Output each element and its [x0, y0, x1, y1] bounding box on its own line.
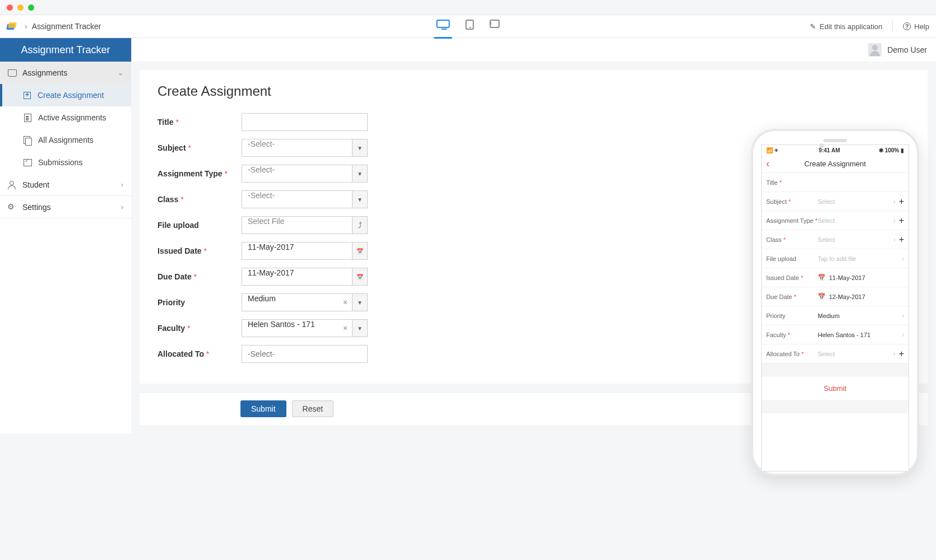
- label-issued-date: Issued Date *: [157, 246, 242, 255]
- sidebar-item-active-assignments[interactable]: Active Assignments: [0, 106, 131, 129]
- gear-icon: [8, 203, 16, 211]
- faculty-dropdown-button[interactable]: ▼: [352, 319, 368, 337]
- phone-due-date[interactable]: 12-May-2017: [829, 293, 904, 300]
- phone-issued-date[interactable]: 11-May-2017: [829, 274, 904, 281]
- sidebar-section-settings[interactable]: Settings ›: [0, 196, 131, 218]
- issued-date-input[interactable]: 11-May-2017: [242, 242, 352, 260]
- close-window-icon[interactable]: [7, 4, 13, 11]
- topbar-divider: [892, 21, 893, 32]
- userbar: Demo User: [131, 38, 936, 62]
- chevron-right-icon: ›: [893, 198, 896, 206]
- subject-select[interactable]: -Select-: [242, 139, 352, 157]
- phone-submit-button[interactable]: Submit: [762, 376, 909, 401]
- submit-button[interactable]: Submit: [240, 400, 286, 417]
- sidebar-title: Assignment Tracker: [0, 38, 131, 62]
- phone-time: 9:41 AM: [819, 147, 840, 153]
- phone-class-select[interactable]: Select: [818, 236, 891, 243]
- sidebar-item-all-assignments[interactable]: All Assignments: [0, 129, 131, 151]
- phone-subject-select[interactable]: Select: [818, 198, 891, 205]
- subject-dropdown-button[interactable]: ▼: [352, 139, 368, 157]
- sidebar: Assignment Tracker Assignments ⌄ Create …: [0, 38, 131, 433]
- phone-label-due: Due Date *: [766, 293, 818, 300]
- sidebar-item-create-assignment[interactable]: Create Assignment: [0, 84, 131, 106]
- document-icon: [24, 114, 31, 122]
- faculty-clear-button[interactable]: ×: [339, 319, 352, 337]
- sidebar-section-label: Student: [22, 180, 49, 189]
- label-assignment-type: Assignment Type *: [157, 169, 242, 178]
- sidebar-item-submissions[interactable]: Submissions: [0, 151, 131, 174]
- sidebar-section-student[interactable]: Student ›: [0, 174, 131, 196]
- phone-priority-select[interactable]: Medium: [818, 312, 900, 319]
- sidebar-item-label: All Assignments: [38, 136, 94, 144]
- allocated-to-input[interactable]: [242, 345, 368, 363]
- assignment-type-dropdown-button[interactable]: ▼: [352, 165, 368, 183]
- user-icon: [8, 181, 16, 189]
- file-upload-button[interactable]: ⤴: [352, 216, 368, 234]
- chevron-right-icon: ›: [121, 203, 123, 211]
- due-date-picker-button[interactable]: 📅: [352, 268, 368, 286]
- phone-back-button[interactable]: ‹: [766, 158, 770, 170]
- due-date-input[interactable]: 11-May-2017: [242, 268, 352, 286]
- phone-atype-select[interactable]: Select: [818, 217, 891, 224]
- title-input[interactable]: [242, 113, 368, 131]
- tablet-icon: [466, 20, 474, 30]
- file-input[interactable]: Select File: [242, 216, 352, 234]
- device-tablet-portrait[interactable]: [466, 20, 474, 33]
- topbar: › Assignment Tracker ✎Edit this applicat…: [0, 15, 936, 38]
- maximize-window-icon[interactable]: [28, 4, 34, 11]
- app-logo-icon: [7, 22, 17, 30]
- phone-battery: ✱ 100% ▮: [879, 147, 904, 153]
- assignment-type-select[interactable]: -Select-: [242, 165, 352, 183]
- phone-allocated-select[interactable]: Select: [818, 351, 891, 357]
- edit-application-link[interactable]: ✎Edit this application: [810, 22, 882, 31]
- phone-add-allocated-button[interactable]: +: [899, 349, 904, 359]
- chevron-right-icon: ›: [893, 217, 896, 225]
- chevron-right-icon: ›: [121, 181, 123, 189]
- phone-add-class-button[interactable]: +: [899, 235, 904, 245]
- help-link[interactable]: ?Help: [903, 22, 929, 31]
- class-select[interactable]: -Select-: [242, 190, 352, 208]
- edit-application-label: Edit this application: [819, 22, 882, 31]
- book-icon: [8, 69, 16, 77]
- phone-label-atype: Assignment Type *: [766, 217, 818, 224]
- sidebar-item-label: Active Assignments: [38, 113, 106, 122]
- minimize-window-icon[interactable]: [17, 4, 24, 11]
- calendar-icon: 📅: [356, 274, 363, 280]
- reset-button[interactable]: Reset: [292, 400, 334, 417]
- phone-label-class: Class *: [766, 236, 818, 243]
- help-icon: ?: [903, 22, 911, 30]
- priority-select[interactable]: Medium: [242, 293, 339, 311]
- calendar-icon: 📅: [818, 274, 826, 281]
- breadcrumb-separator-icon: ›: [25, 22, 27, 31]
- phone-camera-icon: [819, 143, 824, 148]
- priority-clear-button[interactable]: ×: [339, 293, 352, 311]
- phone-file-input[interactable]: Tap to add file: [818, 255, 900, 262]
- label-allocated-to: Allocated To *: [157, 349, 242, 358]
- user-name[interactable]: Demo User: [887, 45, 927, 54]
- phone-faculty-select[interactable]: Helen Santos - 171: [818, 332, 900, 338]
- tablet-landscape-icon: [490, 20, 500, 28]
- phone-spacer: [762, 363, 909, 376]
- page-title: Create Assignment: [157, 83, 910, 99]
- phone-header-title: Create Assignment: [804, 160, 866, 168]
- class-dropdown-button[interactable]: ▼: [352, 190, 368, 208]
- phone-label-issued: Issued Date *: [766, 274, 818, 281]
- phone-label-priority: Priority: [766, 312, 818, 319]
- phone-add-subject-button[interactable]: +: [899, 197, 904, 207]
- priority-dropdown-button[interactable]: ▼: [352, 293, 368, 311]
- label-file-upload: File upload: [157, 221, 242, 230]
- avatar-icon[interactable]: [868, 43, 882, 57]
- calendar-icon: 📅: [356, 248, 363, 254]
- sidebar-section-label: Settings: [22, 203, 51, 212]
- calendar-icon: 📅: [818, 293, 826, 300]
- breadcrumb-app[interactable]: Assignment Tracker: [32, 22, 101, 31]
- device-tablet-landscape[interactable]: [490, 20, 500, 33]
- label-due-date: Due Date *: [157, 272, 242, 281]
- upload-icon: ⤴: [358, 221, 362, 230]
- faculty-select[interactable]: Helen Santos - 171: [242, 319, 339, 337]
- device-desktop[interactable]: [437, 20, 450, 33]
- sidebar-section-assignments[interactable]: Assignments ⌄: [0, 62, 131, 84]
- phone-label-allocated: Allocated To *: [766, 351, 818, 357]
- issued-date-picker-button[interactable]: 📅: [352, 242, 368, 260]
- phone-add-atype-button[interactable]: +: [899, 216, 904, 226]
